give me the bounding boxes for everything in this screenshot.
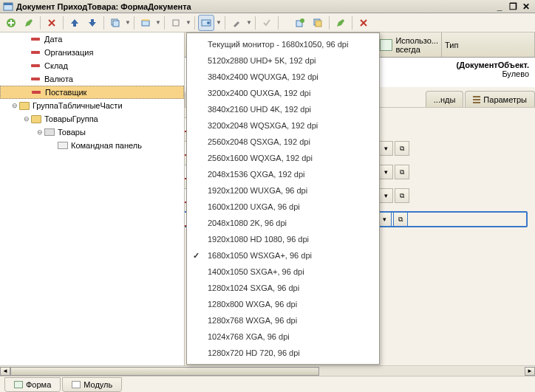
resolution-menu-item[interactable]: 1600x1200 UXGA, 96 dpi <box>187 199 379 215</box>
expander-icon[interactable]: ⊖ <box>35 128 44 136</box>
valuta-dropdown-button[interactable]: ▾ <box>378 188 393 203</box>
move-down-button[interactable] <box>84 15 100 31</box>
resolution-menu-item[interactable]: 1280x768 WXGA, 96 dpi <box>187 312 379 329</box>
menu-item-label: 1024x768 XGA, 96 dpi <box>208 332 290 341</box>
menu-item-label: 1920x1200 WUXGA, 96 dpi <box>208 186 307 195</box>
tree-item[interactable]: ⊖ГруппаТабличныеЧасти <box>0 99 184 112</box>
tab-form[interactable]: Форма <box>4 377 61 392</box>
display-mode-dropdown-icon[interactable]: ▼ <box>216 19 222 26</box>
attribute-icon <box>31 51 40 54</box>
resolution-menu[interactable]: Текущий монитор - 1680x1050, 96 dpi5120x… <box>186 32 380 365</box>
tab-commands[interactable]: ...нды <box>426 91 464 107</box>
scroll-left-button[interactable]: ◄ <box>0 367 10 376</box>
attribute-icon <box>31 78 40 80</box>
attribute-icon <box>32 91 41 94</box>
tool1-dropdown-icon[interactable]: ▼ <box>185 19 191 26</box>
table-icon <box>44 128 55 136</box>
tree-item[interactable]: ⊖Товары <box>0 125 184 139</box>
scroll-right-button[interactable]: ► <box>525 367 535 376</box>
layout-dropdown-icon[interactable]: ▼ <box>155 19 161 26</box>
svg-rect-7 <box>173 20 179 26</box>
add2-button[interactable] <box>292 15 308 31</box>
svg-point-11 <box>300 18 304 23</box>
expander-icon[interactable]: ⊖ <box>10 102 19 109</box>
post-open-button[interactable]: ⧉ <box>393 212 408 227</box>
paint-dropdown-icon[interactable]: ▼ <box>246 19 252 26</box>
params-icon <box>473 96 480 103</box>
resolution-menu-item[interactable]: 2048x1536 QXGA, 192 dpi <box>187 166 379 182</box>
module-icon <box>72 381 81 388</box>
col-type: Тип <box>445 41 458 49</box>
tree-item-label: Валюта <box>44 75 73 83</box>
close-button[interactable]: ✕ <box>520 1 532 12</box>
org-dropdown-button[interactable]: ▾ <box>378 141 393 156</box>
svg-rect-5 <box>142 21 149 26</box>
menu-item-label: 5120x2880 UHD+ 5K, 192 dpi <box>208 56 316 65</box>
resolution-menu-item[interactable]: 5120x2880 UHD+ 5K, 192 dpi <box>187 52 379 69</box>
tree-item[interactable]: Склад <box>0 59 184 72</box>
resolution-menu-item[interactable]: Текущий монитор - 1680x1050, 96 dpi <box>187 36 379 52</box>
expander-icon[interactable]: ⊖ <box>22 115 31 123</box>
requisites-tree[interactable]: ДатаОрганизацияСкладВалютаПоставщик⊖Груп… <box>0 32 185 365</box>
copy2-button[interactable] <box>310 15 326 31</box>
add-button[interactable] <box>3 15 19 31</box>
resolution-menu-item[interactable]: 1920x1200 WUXGA, 96 dpi <box>187 182 379 199</box>
resolution-menu-item[interactable]: 1280x720 HD 720, 96 dpi <box>187 345 379 361</box>
sklad-open-button[interactable]: ⧉ <box>395 165 409 179</box>
tab-parameters[interactable]: Параметры <box>465 91 535 107</box>
sklad-dropdown-button[interactable]: ▾ <box>378 165 393 179</box>
delete2-button[interactable] <box>355 15 372 31</box>
resolution-menu-item[interactable]: 3200x2048 WQSXGA, 192 dpi <box>187 117 379 134</box>
tree-item[interactable]: Командная панель <box>0 139 184 152</box>
tree-item[interactable]: Организация <box>0 46 184 59</box>
resolution-menu-item[interactable]: 3840x2400 WQUXGA, 192 dpi <box>187 69 379 85</box>
resolution-menu-item[interactable]: 1400x1050 SXGA+, 96 dpi <box>187 264 379 280</box>
resolution-menu-item[interactable]: 1920x1080 HD 1080, 96 dpi <box>187 231 379 247</box>
tool1-button[interactable] <box>168 15 184 31</box>
maximize-button[interactable]: ❐ <box>507 1 519 12</box>
horizontal-scrollbar[interactable]: ◄ ► <box>0 365 535 376</box>
tree-item-label: Командная панель <box>71 141 142 150</box>
tab-command-interface[interactable]: Командный интерфейс <box>185 91 185 107</box>
bottom-tabs: Форма Модуль <box>0 376 535 392</box>
attribute-icon <box>31 64 40 67</box>
resolution-menu-item[interactable]: ✓1680x1050 WSXGA+, 96 dpi <box>187 247 379 264</box>
resolution-menu-item[interactable]: 1280x800 WXGA, 96 dpi <box>187 296 379 312</box>
folder-icon <box>31 115 41 123</box>
resolution-menu-item[interactable]: 2560x2048 QSXGA, 192 dpi <box>187 134 379 150</box>
svg-rect-4 <box>113 21 119 27</box>
tree-item[interactable]: Валюта <box>0 72 184 86</box>
menu-item-label: 2560x2048 QSXGA, 192 dpi <box>208 137 310 146</box>
window-title: Документ ПриходТовара: ФормаДокумента <box>16 2 492 11</box>
tree-item[interactable]: ⊖ТоварыГруппа <box>0 112 184 125</box>
tab-module[interactable]: Модуль <box>62 377 122 392</box>
tree-item[interactable]: Поставщик <box>0 86 184 99</box>
delete-button[interactable] <box>44 15 60 31</box>
paint-button[interactable] <box>228 15 245 31</box>
check-button[interactable] <box>259 15 275 31</box>
layout-button[interactable] <box>137 15 154 31</box>
resolution-menu-item[interactable]: 3200x2400 QUXGA, 192 dpi <box>187 85 379 101</box>
move-up-button[interactable] <box>67 15 83 31</box>
minimize-button[interactable]: _ <box>494 1 505 12</box>
tree-item[interactable]: Дата <box>0 32 184 46</box>
copy-dropdown-icon[interactable]: ▼ <box>125 19 131 26</box>
menu-item-label: 1600x1200 UXGA, 96 dpi <box>208 202 300 211</box>
svg-rect-13 <box>316 21 321 27</box>
edit-button[interactable] <box>21 15 37 31</box>
scroll-thumb[interactable] <box>10 367 319 376</box>
resolution-menu-item[interactable]: 1280x1024 SXGA, 96 dpi <box>187 280 379 296</box>
display-mode-button[interactable] <box>198 15 214 31</box>
resolution-menu-item[interactable]: 2560x1600 WQXGA, 192 dpi <box>187 150 379 166</box>
valuta-open-button[interactable]: ⧉ <box>395 188 409 203</box>
menu-item-label: 3200x2400 QUXGA, 192 dpi <box>208 89 310 97</box>
resolution-menu-item[interactable]: 2048x1080 2K, 96 dpi <box>187 215 379 231</box>
menu-item-label: 3200x2048 WQSXGA, 192 dpi <box>208 121 318 130</box>
copy-button[interactable] <box>107 15 123 31</box>
resolution-menu-item[interactable]: 1024x768 XGA, 96 dpi <box>187 329 379 345</box>
form-icon <box>14 381 23 388</box>
org-open-button[interactable]: ⧉ <box>395 141 409 156</box>
edit2-button[interactable] <box>333 15 349 31</box>
col-use: Использо... <box>395 36 438 45</box>
resolution-menu-item[interactable]: 3840x2160 UHD 4K, 192 dpi <box>187 101 379 117</box>
